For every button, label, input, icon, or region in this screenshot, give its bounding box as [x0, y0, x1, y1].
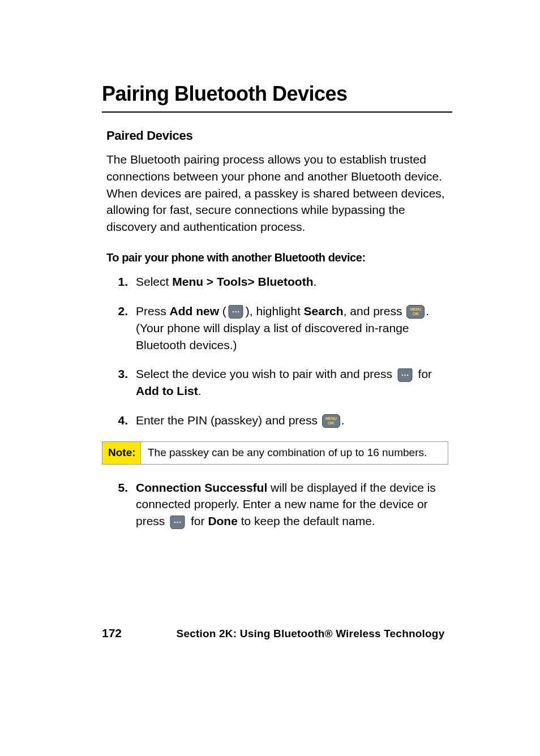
step-4: 4. Enter the PIN (passkey) and press . [114, 412, 452, 429]
svg-point-5 [406, 374, 408, 376]
steps-list: 1. Select Menu > Tools> Bluetooth. 2. Pr… [114, 273, 452, 429]
step-body: Select the device you wish to pair with … [136, 366, 452, 400]
intro-paragraph: The Bluetooth pairing process allows you… [106, 151, 452, 235]
note-label: Note: [102, 442, 141, 464]
step-text: to keep the default name. [238, 514, 375, 527]
step-text: for [415, 367, 432, 380]
svg-point-3 [401, 374, 403, 376]
step-text: Enter the PIN (passkey) and press [136, 414, 321, 427]
step-number: 1. [114, 273, 136, 290]
step-body: Connection Successful will be displayed … [136, 479, 452, 530]
step-body: Enter the PIN (passkey) and press . [136, 412, 452, 429]
softkey-left-icon [169, 516, 186, 529]
step-text: for [187, 514, 208, 527]
step-text: Press [136, 304, 170, 317]
step-text: . [198, 384, 202, 397]
step-number: 3. [114, 366, 136, 383]
svg-point-2 [238, 311, 239, 313]
page-title: Pairing Bluetooth Devices [102, 82, 452, 113]
step-text: , and press [344, 304, 406, 317]
step-text: Select the device you wish to pair with … [136, 367, 396, 380]
page-footer: 172 Section 2K: Using Bluetooth® Wireles… [102, 626, 451, 640]
step-number: 4. [114, 412, 136, 429]
menu-ok-icon [322, 414, 340, 428]
step-body: Press Add new (), highlight Search, and … [136, 303, 452, 353]
step-text: Select [136, 275, 172, 288]
step-text: ), highlight [246, 304, 304, 317]
svg-point-1 [235, 311, 237, 313]
softkey-left-icon [228, 305, 245, 319]
svg-point-4 [404, 374, 406, 376]
svg-point-6 [174, 521, 176, 523]
step-menu-path: Menu > Tools> Bluetooth [172, 275, 313, 288]
note-text: The passkey can be any combination of up… [141, 442, 448, 464]
step-label-search: Search [304, 304, 344, 317]
menu-ok-icon [406, 305, 425, 319]
softkey-left-icon [397, 368, 414, 382]
page-number: 172 [102, 626, 170, 640]
step-body: Select Menu > Tools> Bluetooth. [136, 273, 452, 290]
step-2: 2. Press Add new (), highlight Search, a… [114, 303, 452, 353]
step-label-connection-successful: Connection Successful [136, 481, 267, 494]
section-heading: Paired Devices [106, 128, 452, 143]
footer-section-text: Section 2K: Using Bluetooth® Wireless Te… [170, 628, 451, 640]
step-label-add-to-list: Add to List [136, 384, 198, 397]
note-box: Note: The passkey can be any combination… [102, 441, 448, 465]
step-text: . [341, 414, 345, 427]
step-5: 5. Connection Successful will be display… [114, 479, 452, 530]
step-label-done: Done [208, 514, 238, 527]
steps-list-continued: 5. Connection Successful will be display… [114, 479, 452, 530]
step-number: 2. [114, 303, 136, 320]
step-text: ( [219, 304, 226, 317]
svg-point-7 [177, 521, 178, 523]
step-label-add-new: Add new [170, 304, 220, 317]
step-number: 5. [114, 479, 136, 496]
subheading: To pair your phone with another Bluetoot… [106, 251, 452, 264]
step-1: 1. Select Menu > Tools> Bluetooth. [114, 273, 452, 290]
step-text: . [313, 275, 316, 288]
step-3: 3. Select the device you wish to pair wi… [114, 366, 452, 400]
svg-point-0 [233, 311, 234, 313]
svg-point-8 [179, 521, 181, 523]
